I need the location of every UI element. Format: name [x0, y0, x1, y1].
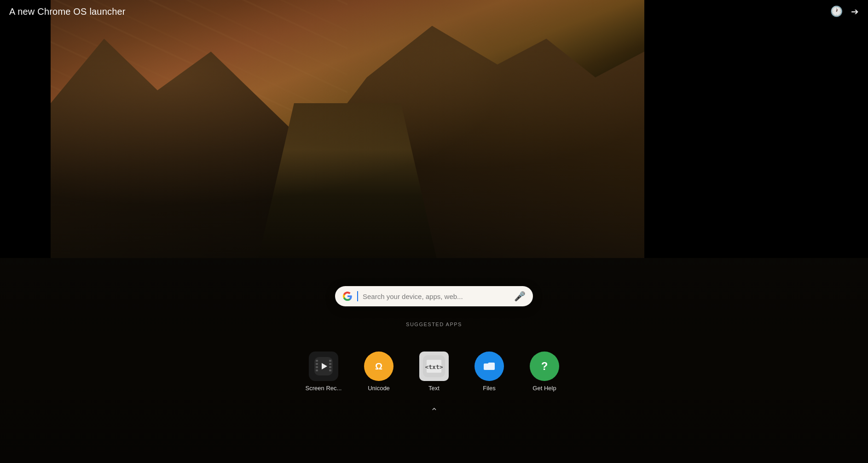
svg-rect-5 [329, 360, 331, 362]
search-container: Search your device, apps, web... 🎤 [335, 286, 533, 306]
suggested-apps-label: SUGGESTED APPS [406, 322, 462, 327]
app-grid: Screen Rec... Ω Unicode <txt> Text [303, 352, 565, 392]
app-item-unicode[interactable]: Ω Unicode [358, 352, 399, 392]
svg-rect-4 [316, 369, 318, 371]
unicode-icon: Ω [364, 352, 393, 381]
svg-text:<txt>: <txt> [425, 363, 443, 370]
app-item-text[interactable]: <txt> Text [413, 352, 455, 392]
screen-recorder-icon [309, 352, 338, 381]
svg-rect-2 [316, 363, 318, 365]
app-item-files[interactable]: Files [469, 352, 510, 392]
google-g-icon [342, 291, 353, 301]
svg-rect-1 [316, 360, 318, 362]
show-all-apps-button[interactable]: ⌃ [430, 406, 438, 417]
files-icon [475, 352, 504, 381]
wallpaper-area [51, 0, 644, 258]
right-panel [644, 0, 868, 258]
unicode-label: Unicode [368, 385, 390, 392]
top-bar-icons: 🕐 ➔ [830, 6, 859, 18]
microphone-icon[interactable]: 🎤 [514, 291, 526, 302]
share-icon[interactable]: ➔ [851, 6, 859, 17]
svg-rect-3 [316, 366, 318, 368]
get-help-label: Get Help [532, 385, 556, 392]
search-bar[interactable]: Search your device, apps, web... 🎤 [335, 286, 533, 306]
svg-rect-8 [329, 369, 331, 371]
svg-rect-6 [329, 363, 331, 365]
page-title: A new Chrome OS launcher [9, 6, 126, 17]
history-icon[interactable]: 🕐 [830, 6, 843, 18]
chevron-up-icon: ⌃ [430, 406, 438, 416]
search-placeholder: Search your device, apps, web... [363, 293, 509, 300]
svg-text:Ω: Ω [375, 361, 382, 371]
text-icon: <txt> [419, 352, 449, 381]
files-label: Files [483, 385, 495, 392]
text-label: Text [428, 385, 440, 392]
text-cursor [357, 291, 358, 301]
app-item-screen-recorder[interactable]: Screen Rec... [303, 352, 344, 392]
left-panel [0, 0, 51, 258]
get-help-icon: ? [530, 352, 559, 381]
svg-rect-7 [329, 366, 331, 368]
svg-text:?: ? [541, 360, 548, 372]
top-bar: A new Chrome OS launcher 🕐 ➔ [0, 0, 868, 23]
app-item-get-help[interactable]: ? Get Help [524, 352, 565, 392]
screen-recorder-label: Screen Rec... [306, 385, 342, 392]
